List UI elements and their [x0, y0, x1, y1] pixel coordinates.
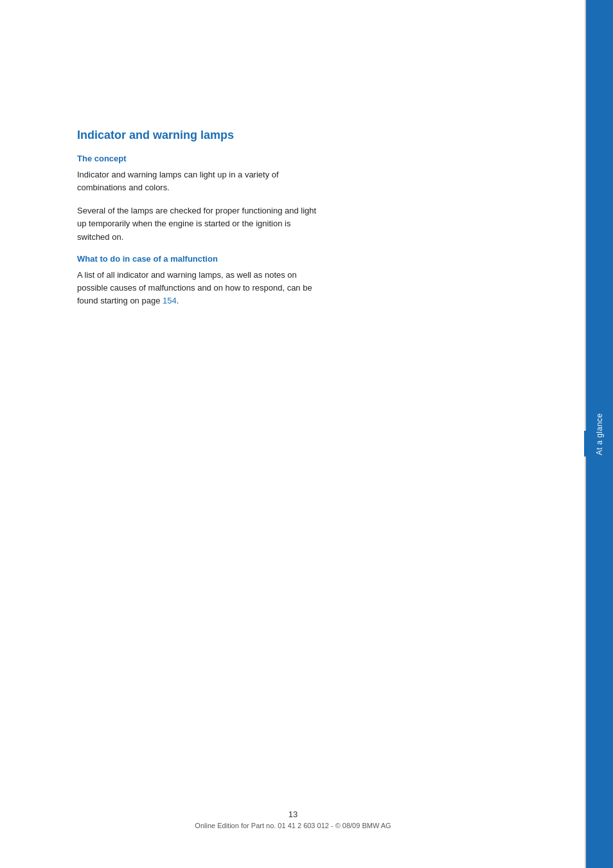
page-container: Indicator and warning lamps The concept …	[0, 0, 613, 868]
edition-text: Online Edition for Part no. 01 41 2 603 …	[0, 822, 586, 829]
page-154-link[interactable]: 154	[163, 296, 177, 305]
sidebar-tab-at-a-glance-label: At a glance	[586, 0, 613, 868]
sidebar-tab-at-a-glance[interactable]: At a glance	[586, 0, 613, 868]
blue-accent-line	[584, 431, 586, 457]
main-content: Indicator and warning lamps The concept …	[77, 129, 514, 318]
malfunction-paragraph: A list of all indicator and warning lamp…	[77, 269, 321, 307]
sub-title-malfunction: What to do in case of a malfunction	[77, 254, 514, 264]
page-number: 13	[0, 809, 586, 819]
sidebar: At a glance Controls Driving tips Mobili…	[586, 0, 613, 868]
malfunction-text-after: .	[177, 296, 179, 305]
footer: 13 Online Edition for Part no. 01 41 2 6…	[0, 809, 586, 829]
malfunction-text-before: A list of all indicator and warning lamp…	[77, 270, 312, 305]
sub-title-concept: The concept	[77, 154, 514, 163]
concept-paragraph-2: Several of the lamps are checked for pro…	[77, 204, 321, 243]
concept-paragraph-1: Indicator and warning lamps can light up…	[77, 168, 321, 194]
section-title: Indicator and warning lamps	[77, 129, 514, 142]
